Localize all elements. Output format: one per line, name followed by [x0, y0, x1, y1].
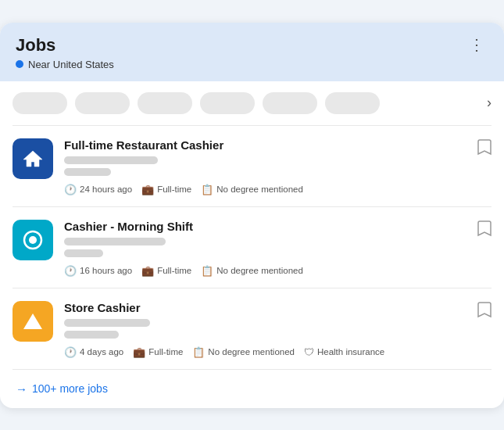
header-menu-button[interactable]: ⋮: [466, 35, 488, 54]
filter-chip-1[interactable]: [13, 92, 67, 114]
job-logo-3: [13, 301, 53, 342]
job-meta-3: 🕐 4 days ago 💼 Full-time 📋 No degree men…: [64, 346, 491, 358]
svg-marker-2: [23, 314, 42, 329]
job-subtitle-bar2-3: [64, 331, 119, 339]
job-title-2: Cashier - Morning Shift: [64, 220, 491, 233]
job-item-2: Cashier - Morning Shift 🕐 16 hours ago 💼…: [0, 207, 504, 288]
education-icon-2: 📋: [201, 265, 213, 277]
job-title-1: Full-time Restaurant Cashier: [64, 138, 491, 152]
more-jobs-link[interactable]: → 100+ more jobs: [16, 382, 108, 396]
job-edu-1: 📋 No degree mentioned: [201, 184, 303, 195]
filter-chip-2[interactable]: [75, 92, 130, 114]
job-subtitle-bar-1: [64, 156, 158, 164]
job-content-1: Full-time Restaurant Cashier 🕐 24 hours …: [64, 138, 491, 195]
arrow-right-icon: →: [16, 382, 27, 396]
more-jobs-label: 100+ more jobs: [32, 382, 108, 395]
job-title-3: Store Cashier: [64, 301, 491, 314]
job-meta-1: 🕐 24 hours ago 💼 Full-time 📋 No degree m…: [64, 184, 491, 195]
location-text: Near United States: [28, 59, 114, 70]
education-icon-1: 📋: [201, 184, 213, 195]
filter-chip-4[interactable]: [200, 92, 255, 114]
job-logo-2: [13, 220, 53, 260]
job-type-2: 💼 Full-time: [141, 265, 191, 277]
job-item-3: Store Cashier 🕐 4 days ago 💼 Full-time 📋…: [0, 288, 504, 369]
clock-icon-2: 🕐: [64, 265, 77, 277]
job-item-1: Full-time Restaurant Cashier 🕐 24 hours …: [0, 126, 504, 206]
clock-icon-3: 🕐: [64, 346, 77, 358]
filter-scroll-right-icon[interactable]: ›: [487, 95, 491, 111]
header-left: Jobs Near United States: [16, 35, 114, 70]
job-content-2: Cashier - Morning Shift 🕐 16 hours ago 💼…: [64, 220, 491, 277]
bookmark-button-1[interactable]: [477, 138, 491, 159]
page-title: Jobs: [16, 35, 114, 56]
job-time-3: 🕐 4 days ago: [64, 346, 123, 358]
job-time-2: 🕐 16 hours ago: [64, 265, 132, 277]
job-subtitle-bar-3: [64, 319, 150, 327]
filter-bar: ›: [0, 81, 504, 125]
job-type-3: 💼 Full-time: [133, 346, 183, 358]
job-type-1: 💼 Full-time: [141, 184, 191, 195]
job-subtitle-bar-2: [64, 238, 166, 245]
filter-chip-6[interactable]: [325, 92, 380, 114]
job-edu-2: 📋 No degree mentioned: [201, 265, 303, 277]
location-dot-icon: [16, 60, 23, 68]
job-insurance-3: 🛡 Health insurance: [304, 346, 384, 358]
job-meta-2: 🕐 16 hours ago 💼 Full-time 📋 No degree m…: [64, 265, 491, 277]
svg-point-1: [29, 236, 37, 244]
bookmark-button-3[interactable]: [477, 301, 491, 322]
more-jobs-row: → 100+ more jobs: [0, 370, 504, 408]
filter-chip-5[interactable]: [263, 92, 317, 114]
briefcase-icon-1: 💼: [141, 184, 154, 195]
job-logo-1: [13, 138, 53, 179]
job-subtitle-bar2-2: [64, 249, 103, 257]
job-subtitle-bar2-1: [64, 168, 111, 176]
briefcase-icon-2: 💼: [141, 265, 154, 277]
header: Jobs Near United States ⋮: [0, 23, 504, 81]
job-time-1: 🕐 24 hours ago: [64, 184, 132, 195]
filter-chip-3[interactable]: [138, 92, 192, 114]
job-content-3: Store Cashier 🕐 4 days ago 💼 Full-time 📋…: [64, 301, 491, 358]
clock-icon-1: 🕐: [64, 184, 77, 195]
jobs-card: Jobs Near United States ⋮ › Full-time Re…: [0, 23, 504, 408]
education-icon-3: 📋: [192, 346, 205, 358]
header-location: Near United States: [16, 59, 114, 70]
bookmark-button-2[interactable]: [477, 220, 491, 241]
shield-icon-3: 🛡: [304, 346, 314, 358]
job-edu-3: 📋 No degree mentioned: [192, 346, 295, 358]
briefcase-icon-3: 💼: [133, 346, 145, 358]
